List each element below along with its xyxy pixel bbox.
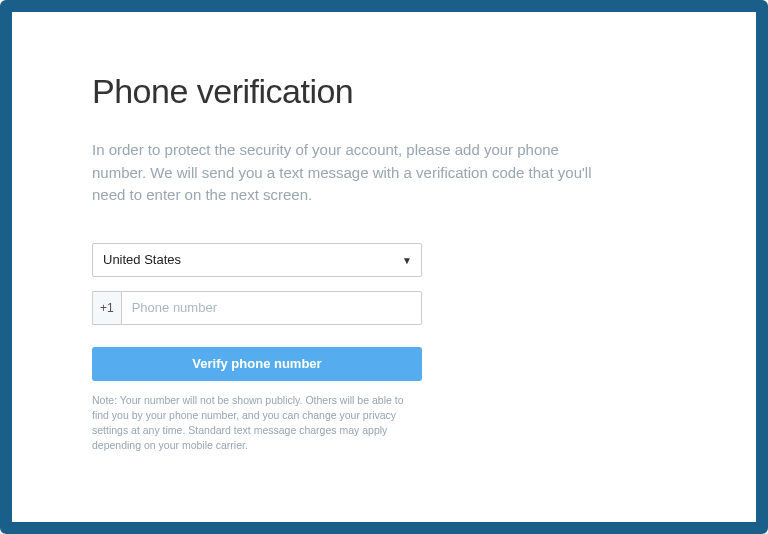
country-select[interactable]: United States: [92, 243, 422, 277]
content-area: Phone verification In order to protect t…: [92, 72, 652, 453]
page-title: Phone verification: [92, 72, 652, 111]
verify-button[interactable]: Verify phone number: [92, 347, 422, 381]
phone-number-input[interactable]: [121, 291, 422, 325]
verification-form: United States ▼ +1 Verify phone number N…: [92, 243, 422, 454]
phone-input-row: +1: [92, 291, 422, 325]
app-frame: Phone verification In order to protect t…: [0, 0, 768, 534]
country-code-prefix: +1: [92, 291, 121, 325]
description-text: In order to protect the security of your…: [92, 139, 612, 207]
country-select-wrap: United States ▼: [92, 243, 422, 277]
privacy-note: Note: Your number will not be shown publ…: [92, 393, 422, 454]
